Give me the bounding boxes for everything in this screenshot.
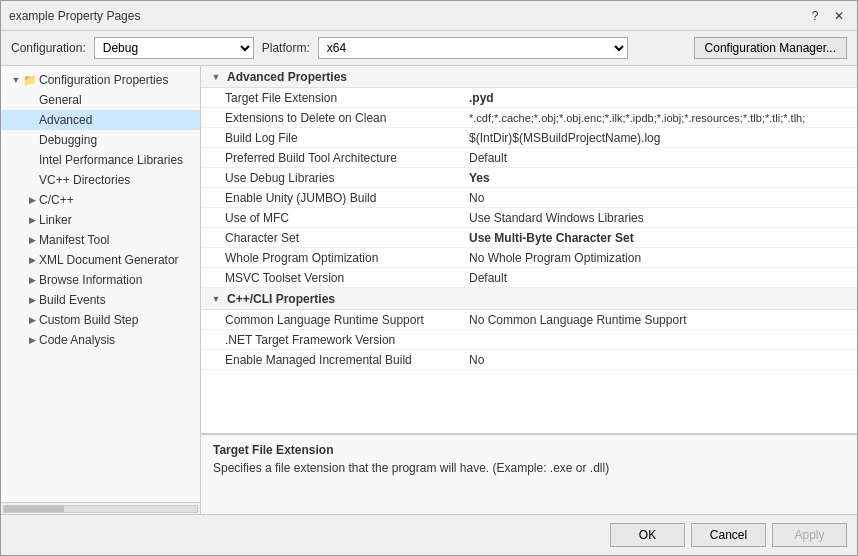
prop-name: Character Set [201,231,461,245]
expand-icon: ▶ [25,313,39,327]
section-header-advanced-props[interactable]: ▼Advanced Properties [201,66,857,88]
help-button[interactable]: ? [805,6,825,26]
tree-item-code-analysis[interactable]: ▶Code Analysis [1,330,200,350]
properties-area: ▼Advanced PropertiesTarget File Extensio… [201,66,857,434]
tree-item-advanced[interactable]: ▶Advanced [1,110,200,130]
tree-item-general[interactable]: ▶General [1,90,200,110]
tree-item-config-properties[interactable]: ▼📁Configuration Properties [1,70,200,90]
left-panel-scrollbar[interactable] [1,502,200,514]
prop-name: Whole Program Optimization [201,251,461,265]
tree-item-custom-build[interactable]: ▶Custom Build Step [1,310,200,330]
section-title: C++/CLI Properties [227,292,335,306]
tree-item-label: Browse Information [39,273,142,287]
cancel-button[interactable]: Cancel [691,523,766,547]
prop-row[interactable]: Character SetUse Multi-Byte Character Se… [201,228,857,248]
configuration-select[interactable]: Debug [94,37,254,59]
tree-item-label: VC++ Directories [39,173,130,187]
prop-value: Use Multi-Byte Character Set [461,231,857,245]
description-text: Specifies a file extension that the prog… [213,461,845,475]
prop-value: No [461,353,857,367]
prop-row[interactable]: Enable Managed Incremental BuildNo [201,350,857,370]
tree-item-vc-dirs[interactable]: ▶VC++ Directories [1,170,200,190]
expand-icon: ▶ [25,233,39,247]
expand-icon: ▶ [25,213,39,227]
prop-row[interactable]: Whole Program OptimizationNo Whole Progr… [201,248,857,268]
tree-item-linker[interactable]: ▶Linker [1,210,200,230]
tree-item-intel-perf[interactable]: ▶Intel Performance Libraries [1,150,200,170]
tree-item-label: Manifest Tool [39,233,109,247]
prop-row[interactable]: Extensions to Delete on Clean*.cdf;*.cac… [201,108,857,128]
section-header-cpp-cli-props[interactable]: ▼C++/CLI Properties [201,288,857,310]
prop-row[interactable]: Use of MFCUse Standard Windows Libraries [201,208,857,228]
tree-item-label: Build Events [39,293,106,307]
prop-value: Default [461,271,857,285]
prop-row[interactable]: Target File Extension.pyd [201,88,857,108]
prop-name: Use Debug Libraries [201,171,461,185]
expand-icon: ▶ [25,273,39,287]
window-title: example Property Pages [9,9,140,23]
close-button[interactable]: ✕ [829,6,849,26]
prop-value: No Whole Program Optimization [461,251,857,265]
bottom-bar: OK Cancel Apply [1,514,857,555]
title-bar: example Property Pages ? ✕ [1,1,857,31]
tree-item-label: Custom Build Step [39,313,138,327]
tree-item-label: General [39,93,82,107]
right-panel: ▼Advanced PropertiesTarget File Extensio… [201,66,857,514]
tree-item-build-events[interactable]: ▶Build Events [1,290,200,310]
prop-row[interactable]: Common Language Runtime SupportNo Common… [201,310,857,330]
title-bar-buttons: ? ✕ [805,6,849,26]
prop-row[interactable]: Preferred Build Tool ArchitectureDefault [201,148,857,168]
tree-item-label: Debugging [39,133,97,147]
prop-value: *.cdf;*.cache;*.obj;*.obj.enc;*.ilk;*.ip… [461,112,857,124]
prop-name: Build Log File [201,131,461,145]
tree-item-xml-doc[interactable]: ▶XML Document Generator [1,250,200,270]
ok-button[interactable]: OK [610,523,685,547]
prop-row[interactable]: Use Debug LibrariesYes [201,168,857,188]
prop-row[interactable]: Build Log File$(IntDir)$(MSBuildProjectN… [201,128,857,148]
prop-name: Preferred Build Tool Architecture [201,151,461,165]
tree-item-label: Advanced [39,113,92,127]
tree-item-label: Configuration Properties [39,73,168,87]
prop-value: Default [461,151,857,165]
tree-item-label: Linker [39,213,72,227]
platform-label: Platform: [262,41,310,55]
section-title: Advanced Properties [227,70,347,84]
config-manager-button[interactable]: Configuration Manager... [694,37,847,59]
config-bar: Configuration: Debug Platform: x64 Confi… [1,31,857,66]
expand-icon: ▶ [25,193,39,207]
prop-name: MSVC Toolset Version [201,271,461,285]
tree-item-label: Code Analysis [39,333,115,347]
apply-button[interactable]: Apply [772,523,847,547]
prop-name: Target File Extension [201,91,461,105]
main-window: example Property Pages ? ✕ Configuration… [0,0,858,556]
tree-panel: ▼📁Configuration Properties▶General▶Advan… [1,66,201,502]
config-label: Configuration: [11,41,86,55]
description-panel: Target File Extension Specifies a file e… [201,434,857,514]
tree-item-browse-info[interactable]: ▶Browse Information [1,270,200,290]
prop-value: $(IntDir)$(MSBuildProjectName).log [461,131,857,145]
expand-icon: ▶ [25,293,39,307]
prop-value: .pyd [461,91,857,105]
tree-item-cpp[interactable]: ▶C/C++ [1,190,200,210]
tree-item-label: XML Document Generator [39,253,179,267]
prop-row[interactable]: MSVC Toolset VersionDefault [201,268,857,288]
collapse-icon: ▼ [209,70,223,84]
prop-name: Enable Unity (JUMBO) Build [201,191,461,205]
prop-value: Yes [461,171,857,185]
expand-icon: ▶ [25,253,39,267]
prop-name: Extensions to Delete on Clean [201,111,461,125]
description-title: Target File Extension [213,443,845,457]
prop-row[interactable]: Enable Unity (JUMBO) BuildNo [201,188,857,208]
prop-value: No [461,191,857,205]
tree-item-debugging[interactable]: ▶Debugging [1,130,200,150]
prop-name: Enable Managed Incremental Build [201,353,461,367]
prop-value: No Common Language Runtime Support [461,313,857,327]
prop-row[interactable]: .NET Target Framework Version [201,330,857,350]
expand-icon: ▼ [9,73,23,87]
platform-select[interactable]: x64 [318,37,628,59]
tree-item-manifest-tool[interactable]: ▶Manifest Tool [1,230,200,250]
prop-value: Use Standard Windows Libraries [461,211,857,225]
prop-name: Common Language Runtime Support [201,313,461,327]
collapse-icon: ▼ [209,292,223,306]
tree-item-label: C/C++ [39,193,74,207]
